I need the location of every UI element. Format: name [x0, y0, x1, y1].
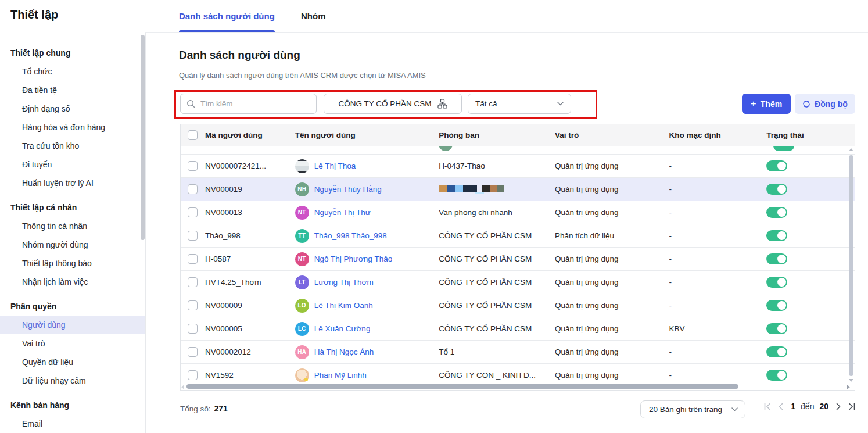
- row-checkbox[interactable]: [188, 184, 198, 194]
- company-filter-dropdown[interactable]: CÔNG TY CỔ PHẦN CSM: [324, 94, 462, 114]
- table-row[interactable]: NV000009LOLê Thị Kim OanhCÔNG TY CỔ PHẦN…: [181, 294, 855, 317]
- tab-user-list[interactable]: Danh sách người dùng: [179, 0, 275, 32]
- vertical-scroll-thumb[interactable]: [849, 155, 853, 376]
- status-toggle[interactable]: [766, 253, 787, 264]
- warehouse-cell: -: [665, 301, 760, 310]
- sidebar-item[interactable]: Tổ chức: [0, 62, 145, 81]
- prev-page-button[interactable]: [777, 402, 785, 411]
- status-toggle[interactable]: [766, 323, 787, 334]
- user-name-link[interactable]: Lương Thị Thơm: [314, 278, 374, 287]
- user-name-link[interactable]: Nguyễn Thúy Hằng: [314, 185, 382, 194]
- scroll-down-arrow-icon[interactable]: [849, 379, 853, 382]
- search-box: [180, 94, 317, 114]
- page-size-dropdown[interactable]: 20 Bản ghi trên trang: [640, 400, 745, 418]
- user-name-link[interactable]: Lê Thị Thoa: [314, 162, 356, 170]
- search-input[interactable]: [199, 99, 310, 109]
- warehouse-cell: -: [665, 162, 760, 170]
- sidebar-item[interactable]: Đi tuyến: [0, 155, 145, 174]
- table-row[interactable]: NV00002012HAHà Thị Ngọc ÁnhTổ 1Quản trị …: [181, 341, 855, 364]
- sync-button[interactable]: Đồng bộ: [795, 94, 855, 114]
- sidebar-item[interactable]: Thông tin cá nhân: [0, 217, 145, 235]
- add-button[interactable]: + Thêm: [742, 94, 791, 114]
- status-toggle[interactable]: [766, 230, 787, 241]
- column-header-status[interactable]: Trạng thái: [759, 131, 855, 139]
- row-checkbox[interactable]: [188, 207, 198, 217]
- user-name-link[interactable]: Ngô Thị Phương Thảo: [314, 255, 392, 263]
- sidebar-section-header: Kênh bán hàng: [0, 396, 145, 414]
- table-row[interactable]: NV1592Phan Mỹ LinhhCÔNG TY CON _ KINH D.…: [181, 364, 855, 387]
- table-row[interactable]: NV0000072421...Lê Thị ThoaH-0437-ThaoQuả…: [181, 155, 855, 178]
- sidebar-scrollbar[interactable]: [141, 35, 145, 240]
- last-page-icon: [848, 402, 856, 411]
- user-name-link[interactable]: Phan Mỹ Linhh: [314, 371, 367, 380]
- sidebar-item[interactable]: Nhóm người dùng: [0, 235, 145, 254]
- user-code-cell: NV00002012: [201, 348, 291, 356]
- sidebar-item[interactable]: Vai trò: [0, 334, 145, 353]
- status-toggle[interactable]: [766, 370, 787, 381]
- sidebar-item[interactable]: Thiết lập thông báo: [0, 254, 145, 273]
- main-panel: Danh sách người dùng Nhóm Danh sách ngườ…: [145, 0, 868, 433]
- next-page-button[interactable]: [834, 402, 842, 411]
- column-header-department[interactable]: Phòng ban: [435, 131, 551, 139]
- table-row[interactable]: Thảo_998TTThảo_998 Thảo_998CÔNG TY CỔ PH…: [181, 224, 855, 248]
- table-vertical-scrollbar[interactable]: [849, 148, 853, 382]
- row-checkbox[interactable]: [188, 161, 198, 171]
- department-cell: [435, 185, 551, 194]
- column-header-name[interactable]: Tên người dùng: [291, 131, 435, 139]
- sidebar-item[interactable]: Huấn luyện trợ lý AI: [0, 174, 145, 192]
- warehouse-cell: -: [665, 208, 760, 217]
- table-row[interactable]: NV000019NHNguyễn Thúy HằngQuản trị ứng d…: [181, 178, 855, 201]
- user-name-cell: NTNguyễn Thị Thư: [291, 206, 435, 220]
- column-header-warehouse[interactable]: Kho mặc định: [665, 131, 760, 139]
- chevron-right-icon: [834, 402, 842, 411]
- table-row[interactable]: HVT4.25_ThơmLTLương Thị ThơmCÔNG TY CỔ P…: [181, 271, 855, 294]
- settings-sidebar: Thiết lập Thiết lập chungTổ chứcĐa tiền …: [0, 0, 146, 433]
- column-header-code[interactable]: Mã người dùng: [201, 131, 291, 139]
- row-checkbox[interactable]: [188, 254, 198, 264]
- row-checkbox[interactable]: [188, 347, 198, 357]
- tab-bar: Danh sách người dùng Nhóm: [145, 0, 868, 33]
- user-name-link[interactable]: Lê Xuân Cường: [314, 324, 371, 333]
- sidebar-item[interactable]: Dữ liệu nhạy cảm: [0, 371, 145, 390]
- user-name-link[interactable]: Hà Thị Ngọc Ánh: [314, 348, 374, 356]
- row-checkbox[interactable]: [188, 324, 198, 334]
- partially-scrolled-row: [181, 146, 855, 155]
- sidebar-item[interactable]: Đa tiền tệ: [0, 81, 145, 99]
- user-name-link[interactable]: Nguyễn Thị Thư: [314, 208, 371, 217]
- table-row[interactable]: NV000013NTNguyễn Thị ThưVan phong chi nh…: [181, 201, 855, 224]
- select-all-checkbox[interactable]: [188, 130, 198, 140]
- scope-filter-dropdown[interactable]: Tất cả: [468, 94, 571, 114]
- status-toggle[interactable]: [766, 300, 787, 311]
- sidebar-item[interactable]: Email: [0, 414, 145, 433]
- sidebar-item[interactable]: Nhận lịch làm việc: [0, 273, 145, 291]
- sidebar-item[interactable]: Hàng hóa và đơn hàng: [0, 118, 145, 137]
- horizontal-scroll-thumb[interactable]: [186, 384, 738, 389]
- sidebar-item[interactable]: Quyền dữ liệu: [0, 353, 145, 371]
- last-page-button[interactable]: [848, 402, 856, 411]
- table-row[interactable]: H-0587NTNgô Thị Phương ThảoCÔNG TY CỔ PH…: [181, 248, 855, 271]
- status-toggle[interactable]: [766, 160, 787, 171]
- tab-groups[interactable]: Nhóm: [301, 0, 326, 32]
- user-name-link[interactable]: Lê Thị Kim Oanh: [314, 301, 373, 310]
- avatar: NT: [295, 206, 309, 220]
- row-checkbox[interactable]: [188, 300, 198, 310]
- column-header-role[interactable]: Vai trò: [551, 131, 665, 139]
- status-toggle[interactable]: [766, 346, 787, 357]
- row-checkbox[interactable]: [188, 277, 198, 287]
- row-checkbox[interactable]: [188, 370, 198, 380]
- status-toggle[interactable]: [766, 277, 787, 288]
- sync-button-label: Đồng bộ: [815, 99, 848, 109]
- scroll-right-arrow-icon[interactable]: [847, 385, 850, 389]
- scroll-up-arrow-icon[interactable]: [849, 148, 853, 151]
- sidebar-item[interactable]: Định dạng số: [0, 99, 145, 118]
- table-row[interactable]: NV000005LCLê Xuân CườngCÔNG TY CỔ PHẦN C…: [181, 317, 855, 341]
- sidebar-item[interactable]: Tra cứu tồn kho: [0, 137, 145, 155]
- first-page-button[interactable]: [763, 402, 772, 411]
- status-toggle[interactable]: [766, 207, 787, 218]
- row-checkbox[interactable]: [188, 231, 198, 241]
- user-name-link[interactable]: Thảo_998 Thảo_998: [314, 231, 387, 240]
- scroll-left-arrow-icon[interactable]: [181, 385, 184, 389]
- status-toggle[interactable]: [766, 184, 787, 195]
- table-horizontal-scrollbar[interactable]: [181, 384, 855, 389]
- sidebar-item[interactable]: Người dùng: [0, 316, 145, 334]
